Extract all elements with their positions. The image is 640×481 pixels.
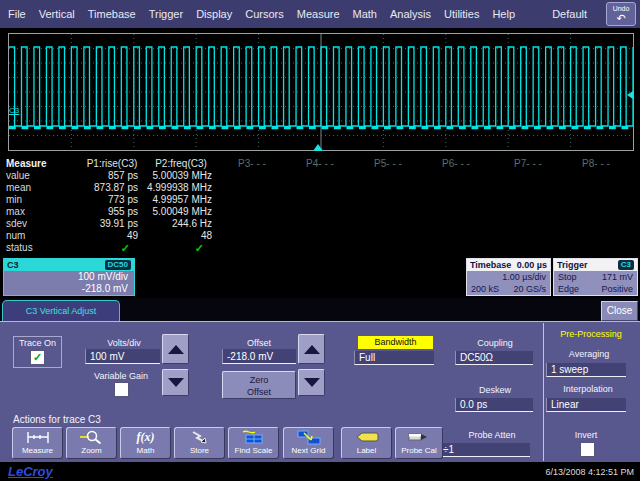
store-tool-button[interactable]: Store [174,427,225,459]
trace-on-checkbox[interactable]: ✓ [30,350,45,365]
zoom-tool-button[interactable]: Zoom [66,427,117,459]
probe-atten-field[interactable]: ÷1 [438,443,530,457]
p2-header[interactable]: P2:freq(C3) [144,158,218,170]
up-arrow-icon [168,345,184,354]
down-arrow-icon [168,378,184,387]
probe-cal-button[interactable]: Probe Cal [395,427,443,459]
c3-vertical-adjust-dialog: Trace On ✓ Volts/div 100 mV Variable Gai… [0,321,640,462]
offset-label: Offset [222,338,296,348]
volts-div-increase-button[interactable] [162,334,189,364]
offset-field[interactable]: -218.0 mV [222,349,296,364]
coupling-label: Coupling [457,338,533,348]
menu-file[interactable]: File [8,8,26,20]
up-arrow-icon [304,345,320,354]
p2-max: 5.00049 MHz [144,206,218,218]
menu-timebase[interactable]: Timebase [88,8,136,20]
channel-offset: -218.0 mV [4,283,134,295]
math-tool-button[interactable]: f(x) Math [120,427,171,459]
zoom-tool-label: Zoom [67,446,116,455]
menu-vertical[interactable]: Vertical [39,8,75,20]
zero-offset-label-line1: Zero [250,375,269,385]
p2-min: 4.99957 MHz [144,194,218,206]
menu-measure[interactable]: Measure [297,8,340,20]
timebase-scale: 1.00 µs/div [502,271,546,283]
tab-c3-vertical-adjust[interactable]: C3 Vertical Adjust [2,300,120,322]
timebase-rate: 20 GS/s [513,283,546,295]
trigger-level-marker-icon[interactable] [627,91,633,99]
trigger-time-marker-icon[interactable] [313,144,323,151]
zero-offset-label-line2: Offset [247,387,271,397]
timebase-delay: 0.00 µs [517,260,547,270]
p2-mean: 4.999938 MHz [144,182,218,194]
averaging-field[interactable]: 1 sweep [546,363,626,377]
deskew-label: Deskew [457,385,533,395]
menu-math[interactable]: Math [353,8,377,20]
row-label-num: num [6,230,80,242]
timebase-descriptor[interactable]: Timebase 0.00 µs 1.00 µs/div 200 kS 20 G… [466,258,551,296]
measure-tool-button[interactable]: Measure [12,427,63,459]
p2-status-check-icon: ✓ [144,242,218,254]
deskew-field[interactable]: 0.0 ps [455,398,533,412]
find-scale-icon [229,428,278,446]
close-button[interactable]: Close [601,301,638,321]
zero-offset-button[interactable]: Zero Offset [222,371,296,399]
trace-on-label: Trace On [14,338,61,348]
down-arrow-icon [304,378,320,387]
p2-value: 5.00039 MHz [144,170,218,182]
find-scale-label: Find Scale [229,446,278,455]
p1-header[interactable]: P1:rise(C3) [80,158,144,170]
p5-header[interactable]: P5- - - [354,158,422,170]
lecroy-logo: LeCroy [8,464,53,479]
invert-checkbox[interactable] [580,442,595,457]
trigger-descriptor[interactable]: Trigger C3 Stop 171 mV Edge Positive [553,258,638,296]
find-scale-button[interactable]: Find Scale [228,427,279,459]
menu-help[interactable]: Help [492,8,515,20]
p2-num: 48 [144,230,218,242]
zoom-icon [67,428,116,446]
trigger-source-badge: C3 [618,260,634,270]
probe-cal-icon [396,428,442,446]
default-setup-label[interactable]: Default [552,8,587,20]
undo-button[interactable]: Undo ↶ [606,2,636,26]
p6-header[interactable]: P6- - - [422,158,490,170]
p1-num: 49 [80,230,144,242]
volts-div-decrease-button[interactable] [162,369,189,396]
trigger-slope: Positive [601,283,633,295]
p7-header[interactable]: P7- - - [490,158,566,170]
menu-analysis[interactable]: Analysis [390,8,431,20]
row-label-max: max [6,206,80,218]
timebase-samples: 200 kS [471,283,499,295]
offset-increase-button[interactable] [298,334,325,364]
menu-utilities[interactable]: Utilities [444,8,479,20]
menu-cursors[interactable]: Cursors [245,8,284,20]
actions-for-trace-label: Actions for trace C3 [13,414,153,425]
p1-max: 955 ps [80,206,144,218]
measure-icon [13,428,62,446]
variable-gain-checkbox[interactable] [114,382,129,397]
p1-status-check-icon: ✓ [80,242,144,254]
bandwidth-select[interactable]: Full [354,351,434,365]
volts-div-label: Volts/div [86,338,162,348]
interpolation-select[interactable]: Linear [546,398,626,412]
p2-sdev: 244.6 Hz [144,218,218,230]
menu-trigger[interactable]: Trigger [149,8,183,20]
datetime-label: 6/13/2008 4:12:51 PM [545,467,634,477]
label-tool-button[interactable]: Label [341,427,392,459]
undo-label: Undo [613,5,630,12]
next-grid-button[interactable]: Next Grid [283,427,334,459]
oscilloscope-screen: File Vertical Timebase Trigger Display C… [0,0,640,481]
volts-div-field[interactable]: 100 mV [85,349,160,364]
p3-header[interactable]: P3- - - [218,158,286,170]
offset-decrease-button[interactable] [298,369,325,396]
p4-header[interactable]: P4- - - [286,158,354,170]
menu-display[interactable]: Display [196,8,232,20]
channel-c3-descriptor[interactable]: C3 DC50 100 mV/div -218.0 mV [3,258,135,296]
next-grid-label: Next Grid [284,446,333,455]
coupling-select[interactable]: DC50Ω [455,351,533,365]
invert-label: Invert [556,430,616,440]
trace-c3-waveform [9,34,633,150]
trace-c3-label[interactable]: C3 [9,106,19,115]
p8-header[interactable]: P8- - - [566,158,626,170]
math-tool-label: Math [121,446,170,455]
row-label-sdev: sdev [6,218,80,230]
